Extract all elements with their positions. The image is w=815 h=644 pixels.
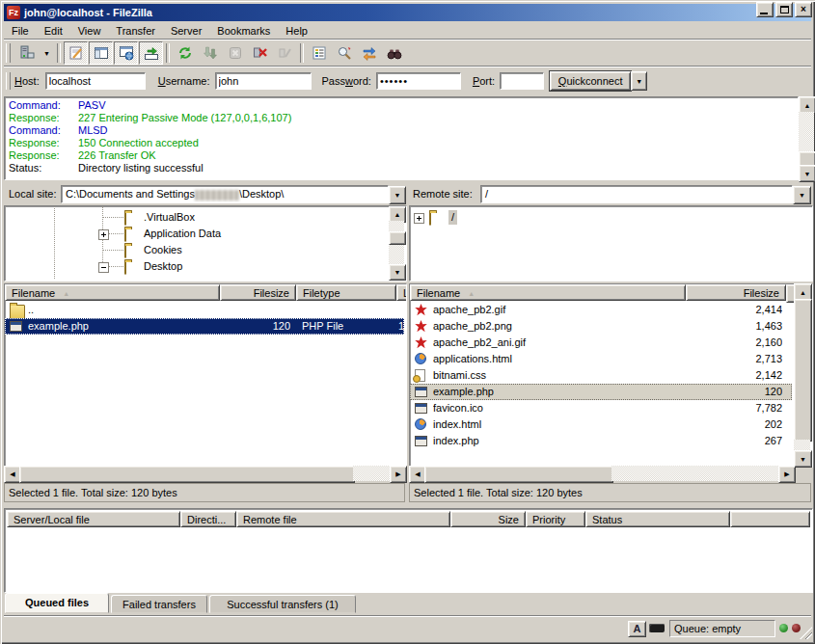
local-file-list: Filename▲ Filesize Filetype L .. example… xyxy=(4,283,407,468)
local-tree-scrollbar: ▲ ▼ xyxy=(389,206,404,279)
password-input[interactable] xyxy=(376,72,461,90)
file-row[interactable]: applications.html 2,713 xyxy=(410,351,792,367)
tab-successful-transfers[interactable]: Successful transfers (1) xyxy=(209,595,356,613)
scroll-track[interactable] xyxy=(794,440,810,450)
tree-item-application-data[interactable]: Application Data xyxy=(5,226,402,242)
queue-column-remote-file[interactable]: Remote file xyxy=(236,511,450,527)
queue-column-size[interactable]: Size xyxy=(450,511,526,527)
close-icon: × xyxy=(801,5,806,14)
queue-size-status: Queue: empty xyxy=(669,620,775,637)
file-row-example-php[interactable]: example.php 120 PHP File 1 xyxy=(5,318,404,335)
minimize-button[interactable] xyxy=(756,2,774,17)
remote-file-list: Filename▲ Filesize apache_pb2.gif 2,414 … xyxy=(409,283,813,468)
find-files-button[interactable] xyxy=(382,41,406,65)
filezilla-logo-icon: Fz xyxy=(7,6,20,19)
expand-plus-icon[interactable] xyxy=(414,213,424,224)
transfer-queue-panel: Server/Local file Directi... Remote file… xyxy=(4,508,813,593)
menu-view[interactable]: View xyxy=(70,23,109,39)
maximize-button[interactable] xyxy=(775,2,793,17)
scroll-thumb[interactable] xyxy=(794,299,812,442)
tree-item-desktop[interactable]: Desktop xyxy=(5,258,402,275)
password-label: Password: xyxy=(322,75,371,87)
column-header-last-modified[interactable]: L xyxy=(396,284,407,301)
local-site-dropdown-button[interactable]: ▼ xyxy=(389,186,406,204)
scroll-track[interactable] xyxy=(611,466,778,481)
scroll-down-button[interactable]: ▼ xyxy=(799,165,815,182)
file-row-parent-dir[interactable]: .. xyxy=(5,302,404,318)
process-queue-button[interactable] xyxy=(198,41,222,65)
host-input[interactable] xyxy=(45,72,146,90)
scroll-right-button[interactable]: ▶ xyxy=(778,466,796,483)
queue-column-priority[interactable]: Priority xyxy=(526,511,585,527)
log-line: Status:Directory listing successful xyxy=(9,162,798,174)
cancel-operation-button[interactable] xyxy=(223,41,247,65)
queue-column-status[interactable]: Status xyxy=(585,511,730,527)
scroll-down-button[interactable]: ▼ xyxy=(389,264,406,281)
menu-server[interactable]: Server xyxy=(163,23,209,39)
column-header-filename[interactable]: Filename▲ xyxy=(410,284,686,301)
file-row[interactable]: favicon.ico 7,782 xyxy=(410,400,792,416)
toggle-remote-tree-button[interactable] xyxy=(114,41,138,65)
html-file-icon xyxy=(415,353,426,364)
site-manager-button[interactable] xyxy=(14,41,39,65)
file-row[interactable]: bitnami.css 2,142 xyxy=(410,367,792,384)
file-row-example-php[interactable]: example.php 120 xyxy=(410,384,792,400)
remote-tree-icon xyxy=(119,45,134,61)
disconnect-button[interactable] xyxy=(248,41,272,65)
menu-help[interactable]: Help xyxy=(278,23,315,39)
toggle-local-tree-button[interactable] xyxy=(89,41,113,65)
queue-column-server-local-file[interactable]: Server/Local file xyxy=(7,511,180,527)
column-header-filesize[interactable]: Filesize xyxy=(220,284,296,301)
file-row[interactable]: apache_pb2.gif 2,414 xyxy=(410,302,792,318)
file-row[interactable]: index.html 202 xyxy=(410,416,792,433)
quickconnect-dropdown-button[interactable]: ▼ xyxy=(631,71,647,91)
minimize-icon xyxy=(760,13,768,14)
scroll-track[interactable] xyxy=(353,466,390,481)
tab-queued-files[interactable]: Queued files xyxy=(5,593,109,613)
file-row[interactable]: apache_pb2_ani.gif 2,160 xyxy=(410,335,792,351)
reconnect-button[interactable] xyxy=(273,41,297,65)
directory-filter-button[interactable] xyxy=(307,41,331,65)
quickconnect-bar: Host: Username: Password: Port: Quickcon… xyxy=(4,67,811,94)
close-button[interactable]: × xyxy=(795,2,812,17)
menu-transfer[interactable]: Transfer xyxy=(108,23,163,39)
queue-column-direction[interactable]: Directi... xyxy=(180,511,236,527)
column-header-filename[interactable]: Filename▲ xyxy=(5,284,220,301)
file-row[interactable]: apache_pb2.png 1,463 xyxy=(410,318,792,335)
username-input[interactable] xyxy=(215,72,312,90)
tab-failed-transfers[interactable]: Failed transfers xyxy=(111,595,207,613)
tree-item-virtualbox[interactable]: .VirtualBox xyxy=(5,209,402,226)
local-site-combobox[interactable]: C:\Documents and Settings\Desktop\ xyxy=(61,185,389,203)
tree-item-root[interactable]: / xyxy=(410,209,808,226)
quickconnect-button[interactable]: Quickconnect xyxy=(550,71,631,91)
port-input[interactable] xyxy=(500,72,544,90)
toggle-message-log-button[interactable] xyxy=(64,41,88,65)
expand-plus-icon[interactable] xyxy=(98,229,109,240)
menu-file[interactable]: File xyxy=(4,23,37,39)
remote-site-combobox[interactable]: / xyxy=(480,185,793,203)
scroll-down-button[interactable]: ▼ xyxy=(794,450,812,468)
column-header-filetype[interactable]: Filetype xyxy=(296,284,396,301)
menu-bookmarks[interactable]: Bookmarks xyxy=(209,23,278,39)
remote-site-dropdown-button[interactable]: ▼ xyxy=(793,186,811,204)
scroll-thumb[interactable] xyxy=(19,466,355,483)
site-manager-dropdown-button[interactable]: ▼ xyxy=(40,41,54,65)
resize-grip[interactable] xyxy=(800,627,812,639)
scroll-thumb[interactable] xyxy=(424,466,613,483)
refresh-button[interactable] xyxy=(173,41,197,65)
image-file-icon xyxy=(415,336,427,349)
column-header-filesize[interactable]: Filesize xyxy=(686,284,786,301)
speed-limit-icon[interactable] xyxy=(649,624,665,632)
file-row[interactable]: index.php 267 xyxy=(410,433,792,449)
folder-icon xyxy=(124,261,126,275)
collapse-minus-icon[interactable] xyxy=(98,262,109,273)
transfer-type-indicator[interactable]: A xyxy=(628,621,646,637)
remote-list-vscrollbar: ▲ ▼ xyxy=(794,283,810,466)
scroll-right-button[interactable]: ▶ xyxy=(390,466,407,483)
directory-comparison-button[interactable] xyxy=(332,41,356,65)
synchronized-browsing-button[interactable] xyxy=(357,41,381,65)
menu-edit[interactable]: Edit xyxy=(37,23,70,39)
scroll-thumb[interactable] xyxy=(389,231,406,245)
toggle-queue-button[interactable] xyxy=(139,41,163,65)
tree-item-cookies[interactable]: Cookies xyxy=(5,242,402,258)
